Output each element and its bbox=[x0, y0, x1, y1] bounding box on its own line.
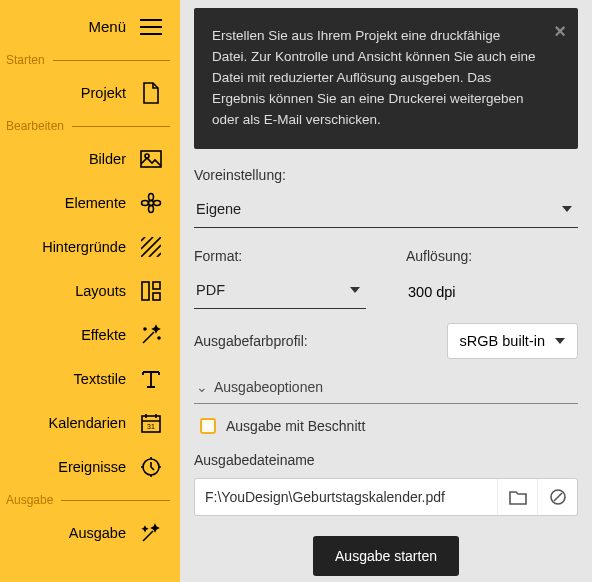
filename-label: Ausgabedateiname bbox=[194, 452, 578, 468]
resolution-label: Auflösung: bbox=[406, 248, 578, 264]
section-ausgabe: Ausgabe bbox=[0, 489, 180, 511]
bleed-label: Ausgabe mit Beschnitt bbox=[226, 418, 365, 434]
preset-label: Voreinstellung: bbox=[194, 167, 578, 183]
folder-icon bbox=[509, 489, 527, 505]
section-starten: Starten bbox=[0, 49, 180, 71]
layout-icon bbox=[140, 280, 162, 302]
start-output-button[interactable]: Ausgabe starten bbox=[313, 536, 459, 576]
chevron-down-icon: ⌄ bbox=[196, 379, 208, 395]
output-options-header[interactable]: ⌄ Ausgabeoptionen bbox=[194, 373, 578, 404]
nav-elemente[interactable]: Elemente bbox=[0, 181, 180, 225]
nav-textstile[interactable]: Textstile bbox=[0, 357, 180, 401]
nav-projekt[interactable]: Projekt bbox=[0, 71, 180, 115]
svg-rect-9 bbox=[153, 293, 160, 300]
svg-rect-8 bbox=[153, 282, 160, 289]
svg-point-6 bbox=[154, 201, 161, 206]
format-label: Format: bbox=[194, 248, 366, 264]
document-icon bbox=[140, 82, 162, 104]
image-icon bbox=[140, 148, 162, 170]
clock-icon bbox=[140, 456, 162, 478]
bleed-checkbox[interactable] bbox=[200, 418, 216, 434]
profile-select[interactable]: sRGB built-in bbox=[447, 323, 578, 359]
pattern-icon bbox=[140, 236, 162, 258]
filename-row: F:\YouDesign\Geburtstagskalender.pdf bbox=[194, 478, 578, 516]
bleed-row: Ausgabe mit Beschnitt bbox=[200, 418, 578, 434]
nav-bilder[interactable]: Bilder bbox=[0, 137, 180, 181]
text-icon bbox=[140, 368, 162, 390]
chevron-down-icon bbox=[555, 338, 565, 344]
svg-point-11 bbox=[158, 337, 160, 339]
hamburger-icon[interactable] bbox=[140, 19, 162, 35]
chevron-down-icon bbox=[562, 206, 572, 212]
resolution-value: 300 dpi bbox=[406, 274, 578, 310]
svg-point-3 bbox=[149, 194, 154, 201]
svg-text:31: 31 bbox=[147, 423, 155, 430]
nav-kalendarien[interactable]: Kalendarien 31 bbox=[0, 401, 180, 445]
nav-ausgabe[interactable]: Ausgabe bbox=[0, 511, 180, 555]
filename-input[interactable]: F:\YouDesign\Geburtstagskalender.pdf bbox=[195, 479, 497, 515]
main-panel: Erstellen Sie aus Ihrem Projekt eine dru… bbox=[180, 0, 592, 582]
close-icon[interactable]: × bbox=[554, 16, 566, 47]
menu-header[interactable]: Menü bbox=[0, 8, 180, 49]
chevron-down-icon bbox=[350, 287, 360, 293]
notice-text: Erstellen Sie aus Ihrem Projekt eine dru… bbox=[212, 28, 535, 127]
nav-hintergruende[interactable]: Hintergründe bbox=[0, 225, 180, 269]
nav-ereignisse[interactable]: Ereignisse bbox=[0, 445, 180, 489]
profile-label: Ausgabefarbprofil: bbox=[194, 333, 407, 349]
menu-label: Menü bbox=[88, 18, 126, 35]
flower-icon bbox=[140, 192, 162, 214]
cancel-icon bbox=[549, 488, 567, 506]
info-notice: Erstellen Sie aus Ihrem Projekt eine dru… bbox=[194, 8, 578, 149]
calendar-icon: 31 bbox=[140, 412, 162, 434]
section-bearbeiten: Bearbeiten bbox=[0, 115, 180, 137]
sidebar: Menü Starten Projekt Bearbeiten Bilder E… bbox=[0, 0, 180, 582]
preset-dropdown[interactable]: Eigene bbox=[194, 193, 578, 228]
clear-button[interactable] bbox=[537, 479, 577, 515]
svg-point-10 bbox=[144, 328, 146, 330]
wand-icon bbox=[140, 324, 162, 346]
nav-effekte[interactable]: Effekte bbox=[0, 313, 180, 357]
format-dropdown[interactable]: PDF bbox=[194, 274, 366, 309]
svg-rect-0 bbox=[141, 151, 161, 167]
sparkle-icon bbox=[140, 522, 162, 544]
nav-layouts[interactable]: Layouts bbox=[0, 269, 180, 313]
browse-button[interactable] bbox=[497, 479, 537, 515]
svg-rect-7 bbox=[142, 282, 149, 300]
svg-point-5 bbox=[142, 201, 149, 206]
svg-point-4 bbox=[149, 206, 154, 213]
